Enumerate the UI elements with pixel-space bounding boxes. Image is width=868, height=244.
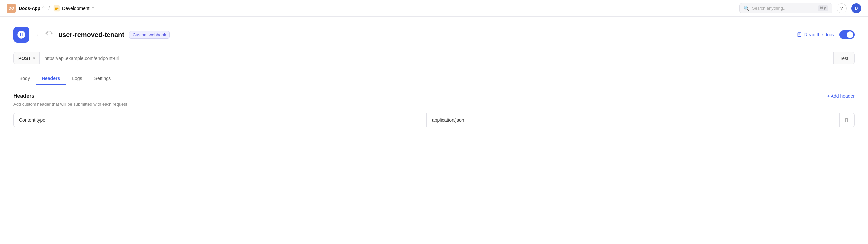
event-header-right: Read the docs [797,30,855,39]
env-icon [53,5,60,12]
docs-icon [797,32,802,37]
flow-arrow-icon: → [34,31,40,38]
app-badge: DO [7,4,16,13]
method-select[interactable]: POST ▾ [13,52,40,64]
tabs-bar: Body Headers Logs Settings [13,73,855,85]
delete-header-button[interactable]: 🗑 [839,113,855,127]
method-chevron-icon: ▾ [33,56,35,60]
svg-point-2 [51,33,53,34]
headers-title: Headers [13,93,34,99]
headers-table: Content-type application/json 🗑 [13,113,855,127]
test-button[interactable]: Test [834,52,855,64]
tab-headers[interactable]: Headers [36,73,66,85]
url-row: POST ▾ Test [13,52,855,64]
tab-body[interactable]: Body [13,73,36,85]
topnav-right: 🔍 Search anything... ⌘ K ? D [739,3,861,13]
user-avatar[interactable]: D [851,3,861,13]
env-chevron-icon: ⌃ [91,6,95,11]
toggle-slider [839,30,855,39]
breadcrumb-separator: / [49,6,50,11]
tab-logs[interactable]: Logs [66,73,88,85]
headers-section-title-group: Headers [13,93,34,99]
search-bar[interactable]: 🔍 Search anything... ⌘ K [739,3,832,13]
app-name[interactable]: Docs-App ⌃ [19,6,45,11]
app-chevron-icon: ⌃ [42,6,45,11]
headers-description: Add custom header that will be submitted… [13,102,855,107]
event-header-left: → user-removed-tenant Custom webhook [13,27,169,43]
breadcrumb: DO Docs-App ⌃ / Development ⌃ [7,4,95,13]
topnav: DO Docs-App ⌃ / Development ⌃ 🔍 Search a… [0,0,868,17]
event-logo-icon [17,30,26,39]
tab-settings[interactable]: Settings [88,73,117,85]
enable-toggle[interactable] [839,30,855,39]
add-header-button[interactable]: + Add header [827,93,855,99]
search-placeholder: Search anything... [752,6,815,11]
table-row: Content-type application/json 🗑 [13,113,855,127]
event-name: user-removed-tenant [58,31,124,38]
main-content: → user-removed-tenant Custom webhook Rea… [0,17,868,137]
search-shortcut: ⌘ K [818,5,828,11]
webhook-icon [44,29,54,40]
help-button[interactable]: ? [837,3,847,13]
event-header: → user-removed-tenant Custom webhook Rea… [13,27,855,43]
event-type-badge: Custom webhook [129,31,169,38]
url-input[interactable] [40,52,834,64]
search-icon: 🔍 [744,6,749,11]
header-key-cell[interactable]: Content-type [13,113,427,127]
header-value-cell[interactable]: application/json [427,113,839,127]
event-icon [13,27,29,43]
headers-section-header: Headers + Add header [13,93,855,99]
read-docs-button[interactable]: Read the docs [797,32,834,37]
env-selector[interactable]: Development ⌃ [53,5,95,12]
